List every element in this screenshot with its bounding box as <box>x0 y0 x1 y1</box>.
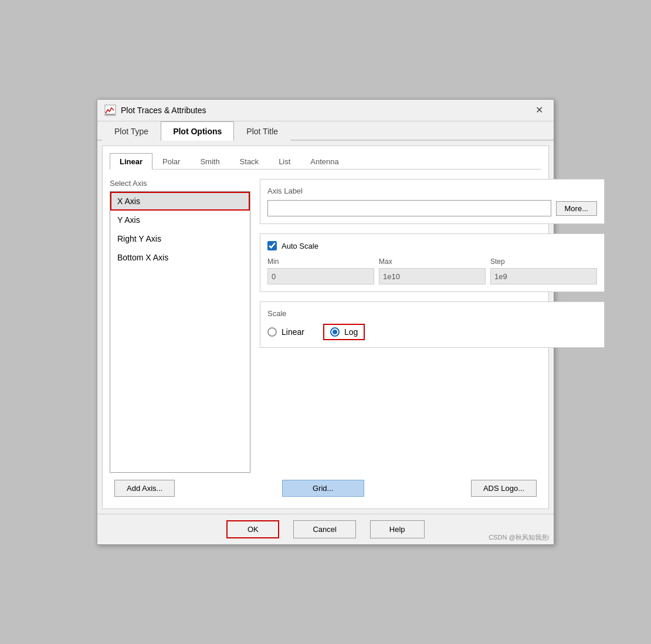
linear-option[interactable]: Linear <box>267 327 304 337</box>
app-icon <box>104 104 116 116</box>
sub-tabs: Linear Polar Smith Stack List Antenna <box>110 153 541 170</box>
axis-item-x[interactable]: X Axis <box>110 192 250 211</box>
scale-title: Scale <box>267 309 597 318</box>
auto-scale-label: Auto Scale <box>282 242 318 250</box>
scale-options: Linear Log <box>267 324 597 340</box>
select-axis-label: Select Axis <box>110 179 250 188</box>
subtab-stack[interactable]: Stack <box>230 153 269 170</box>
step-label: Step <box>490 257 597 266</box>
log-option-wrapper: Log <box>323 324 365 340</box>
min-field-group: Min <box>267 257 374 284</box>
axis-label-title: Axis Label <box>267 187 597 195</box>
cancel-button[interactable]: Cancel <box>293 520 355 538</box>
subtab-linear[interactable]: Linear <box>110 153 152 170</box>
right-panel: Axis Label More... Auto Scale Min <box>260 179 605 348</box>
bottom-buttons: Add Axis... Grid... ADS Logo... <box>110 475 541 501</box>
axis-item-bottom-x[interactable]: Bottom X Axis <box>110 248 250 267</box>
tab-plot-type[interactable]: Plot Type <box>102 121 161 141</box>
title-bar: Plot Traces & Attributes ✕ <box>97 100 554 121</box>
step-field-group: Step <box>490 257 597 284</box>
subtab-antenna[interactable]: Antenna <box>300 153 348 170</box>
max-input[interactable] <box>379 268 486 284</box>
auto-scale-row: Auto Scale <box>267 241 597 250</box>
max-label: Max <box>379 257 486 266</box>
add-axis-button[interactable]: Add Axis... <box>114 480 175 497</box>
more-button[interactable]: More... <box>556 201 597 216</box>
axis-list: X Axis Y Axis Right Y Axis Bottom X Axis <box>110 191 250 473</box>
auto-scale-checkbox[interactable] <box>267 241 277 250</box>
axis-label-section: Axis Label More... <box>260 179 605 224</box>
help-button[interactable]: Help <box>370 520 425 538</box>
watermark: CSDN @秋风知我意i <box>489 533 549 542</box>
axis-item-right-y[interactable]: Right Y Axis <box>110 229 250 248</box>
tab-plot-title[interactable]: Plot Title <box>234 121 290 141</box>
grid-button[interactable]: Grid... <box>282 480 364 497</box>
body-layout: Select Axis X Axis Y Axis Right Y Axis B… <box>110 179 541 473</box>
min-input[interactable] <box>267 268 374 284</box>
subtab-polar[interactable]: Polar <box>152 153 190 170</box>
subtab-smith[interactable]: Smith <box>190 153 229 170</box>
axis-label-input[interactable] <box>267 200 551 216</box>
scale-section: Scale Linear Log <box>260 301 605 348</box>
main-content: Linear Polar Smith Stack List Antenna Se… <box>102 145 549 509</box>
subtab-list[interactable]: List <box>269 153 300 170</box>
axis-item-y[interactable]: Y Axis <box>110 211 250 229</box>
left-panel: Select Axis X Axis Y Axis Right Y Axis B… <box>110 179 250 473</box>
top-tabs: Plot Type Plot Options Plot Title <box>97 121 554 141</box>
max-field-group: Max <box>379 257 486 284</box>
dialog-footer: OK Cancel Help <box>97 514 554 544</box>
auto-scale-section: Auto Scale Min Max Step <box>260 233 605 292</box>
step-input[interactable] <box>490 268 597 284</box>
dialog-title: Plot Traces & Attributes <box>121 106 206 115</box>
ads-logo-button[interactable]: ADS Logo... <box>471 480 537 497</box>
log-radio <box>330 327 340 337</box>
axis-label-row: More... <box>267 200 597 216</box>
min-label: Min <box>267 257 374 266</box>
log-label: Log <box>344 327 358 337</box>
tab-plot-options[interactable]: Plot Options <box>161 121 234 141</box>
linear-radio <box>267 327 277 337</box>
ok-button[interactable]: OK <box>226 520 279 538</box>
log-option[interactable]: Log <box>330 327 358 337</box>
linear-label: Linear <box>282 327 304 337</box>
min-max-step-row: Min Max Step <box>267 257 597 284</box>
close-button[interactable]: ✕ <box>532 104 547 116</box>
